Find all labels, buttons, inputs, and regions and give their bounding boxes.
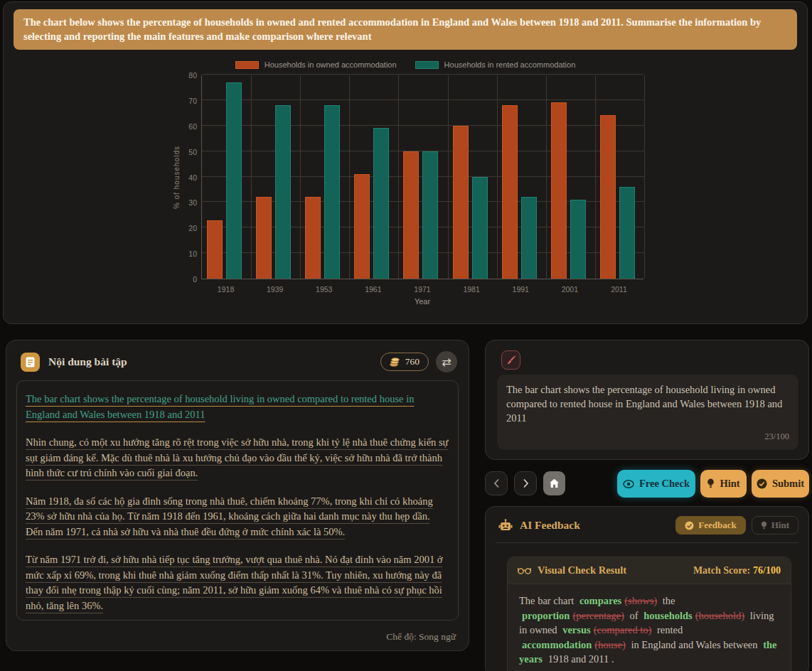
match-score-label: Match Score: bbox=[693, 565, 750, 576]
x-tick-label: 1953 bbox=[316, 285, 332, 294]
chart-legend: Households in owned accommodationHouseho… bbox=[4, 60, 807, 69]
y-tick-label: 50 bbox=[188, 148, 197, 156]
bar-owned-1961 bbox=[354, 174, 370, 279]
feedback-text: The bar chart bbox=[519, 595, 577, 606]
x-tick-label: 1918 bbox=[218, 285, 234, 294]
removed-word: (house) bbox=[594, 639, 626, 650]
feedback-text: of bbox=[627, 610, 641, 621]
bar-owned-1953 bbox=[305, 197, 321, 279]
legend-label: Households in rented accommodation bbox=[444, 60, 576, 69]
ai-feedback-title: AI Feedback bbox=[520, 519, 580, 532]
eye-icon bbox=[623, 480, 634, 488]
removed-word: (compared to) bbox=[594, 624, 652, 635]
match-score-value: 76/100 bbox=[753, 565, 781, 576]
bar-owned-1971 bbox=[403, 151, 419, 279]
essay-input[interactable]: The bar chart shows the percentage of ho… bbox=[497, 375, 798, 450]
task-text-box: The bar chart shows the percentage of ho… bbox=[16, 380, 459, 621]
visual-check-header: Visual Check Result Match Score:76/100 bbox=[508, 557, 791, 584]
hint-button[interactable]: Hint bbox=[700, 470, 747, 498]
bar-rented-1991 bbox=[521, 197, 537, 279]
correction-word: compares bbox=[579, 595, 621, 606]
lightbulb-icon bbox=[707, 478, 715, 489]
tab-hint[interactable]: Hint bbox=[752, 516, 798, 535]
ai-feedback-header: AI Feedback Feedback Hint bbox=[498, 516, 798, 535]
feedback-text: the bbox=[660, 595, 675, 606]
bar-group-1939 bbox=[251, 75, 300, 279]
next-button[interactable] bbox=[514, 471, 537, 495]
essay-panel: The bar chart shows the percentage of ho… bbox=[485, 340, 809, 460]
free-check-label: Free Check bbox=[639, 478, 690, 490]
bar-rented-1971 bbox=[422, 151, 438, 279]
y-tick-label: 40 bbox=[188, 173, 197, 182]
bar-group-1918 bbox=[202, 75, 251, 279]
document-icon bbox=[21, 353, 40, 372]
robot-icon bbox=[498, 519, 513, 532]
tab-feedback-label: Feedback bbox=[698, 520, 736, 531]
legend-swatch bbox=[415, 61, 439, 69]
y-tick-label: 0 bbox=[193, 275, 197, 284]
bar-owned-1918 bbox=[207, 220, 223, 279]
chevron-right-icon bbox=[523, 478, 529, 488]
removed-word: (shows) bbox=[624, 595, 657, 606]
bar-group-1971 bbox=[398, 75, 447, 279]
y-tick-label: 80 bbox=[188, 71, 197, 80]
bar-owned-1991 bbox=[502, 105, 518, 279]
bar-group-1991 bbox=[497, 75, 546, 279]
y-tick-label: 20 bbox=[188, 224, 197, 232]
legend-swatch bbox=[235, 61, 259, 69]
swap-language-button[interactable]: ⇄ bbox=[436, 351, 457, 372]
x-axis-title: Year bbox=[201, 297, 643, 306]
correction-word: versus bbox=[562, 624, 590, 635]
bar-rented-1918 bbox=[226, 82, 242, 279]
visual-check-title: Visual Check Result bbox=[538, 564, 626, 576]
ai-feedback-panel: AI Feedback Feedback Hint Visual Check R… bbox=[485, 506, 809, 671]
previous-button[interactable] bbox=[485, 471, 508, 495]
feedback-text: rented bbox=[654, 624, 683, 635]
tab-feedback[interactable]: Feedback bbox=[675, 516, 745, 535]
coins-icon bbox=[390, 358, 400, 367]
task-panel-header: Nội dung bài tập 760 ⇄ bbox=[21, 351, 457, 372]
y-tick-label: 30 bbox=[188, 198, 197, 207]
check-circle-icon bbox=[757, 478, 767, 489]
hint-label: Hint bbox=[720, 478, 739, 490]
x-tick-label: 1939 bbox=[267, 285, 283, 294]
task-paragraph: Từ năm 1971 trở đi, sở hữu nhà tiếp tục … bbox=[26, 552, 449, 613]
divider bbox=[496, 542, 798, 543]
task-panel-title: Nội dung bài tập bbox=[48, 355, 127, 368]
home-icon bbox=[549, 478, 560, 488]
bar-group-2001 bbox=[546, 75, 595, 279]
submit-button[interactable]: Submit bbox=[752, 470, 809, 498]
match-score: Match Score:76/100 bbox=[693, 565, 781, 576]
bar-owned-1939 bbox=[256, 197, 272, 279]
home-button[interactable] bbox=[543, 471, 565, 495]
submit-label: Submit bbox=[772, 478, 804, 490]
bar-rented-2001 bbox=[570, 200, 586, 279]
coins-balance[interactable]: 760 bbox=[380, 353, 429, 371]
x-tick-label: 1971 bbox=[414, 285, 430, 294]
x-tick-label: 1961 bbox=[365, 285, 381, 294]
bar-rented-1953 bbox=[324, 105, 340, 279]
removed-word: (household) bbox=[695, 610, 744, 621]
bar-rented-1981 bbox=[472, 177, 488, 279]
task-instruction-banner: The chart below shows the percentage of … bbox=[14, 9, 797, 50]
x-tick-label: 2011 bbox=[611, 285, 627, 294]
x-tick-label: 1991 bbox=[513, 285, 529, 294]
tab-hint-label: Hint bbox=[771, 520, 789, 531]
task-paragraph: Năm 1918, đa số các hộ gia đình sống tro… bbox=[26, 494, 449, 540]
visual-check-card: Visual Check Result Match Score:76/100 T… bbox=[507, 557, 791, 671]
bar-group-1953 bbox=[300, 75, 349, 279]
lightbulb-icon bbox=[761, 521, 767, 530]
bar-owned-2011 bbox=[600, 115, 616, 279]
correction-word: households bbox=[643, 610, 693, 621]
feedback-text: 1918 and 2011 . bbox=[545, 653, 614, 665]
y-tick-label: 60 bbox=[188, 122, 197, 131]
x-tick-label: 2001 bbox=[562, 285, 578, 294]
brush-icon[interactable] bbox=[501, 350, 520, 370]
glasses-icon bbox=[518, 567, 531, 574]
task-instruction-text: The chart below shows the percentage of … bbox=[23, 16, 761, 42]
bar-group-1981 bbox=[448, 75, 497, 279]
legend-label: Households in owned accommodation bbox=[265, 60, 397, 69]
y-tick-label: 70 bbox=[188, 97, 197, 105]
free-check-button[interactable]: Free Check bbox=[617, 470, 695, 498]
x-axis-ticks: 191819391953196119711981199120012011 bbox=[201, 285, 643, 295]
